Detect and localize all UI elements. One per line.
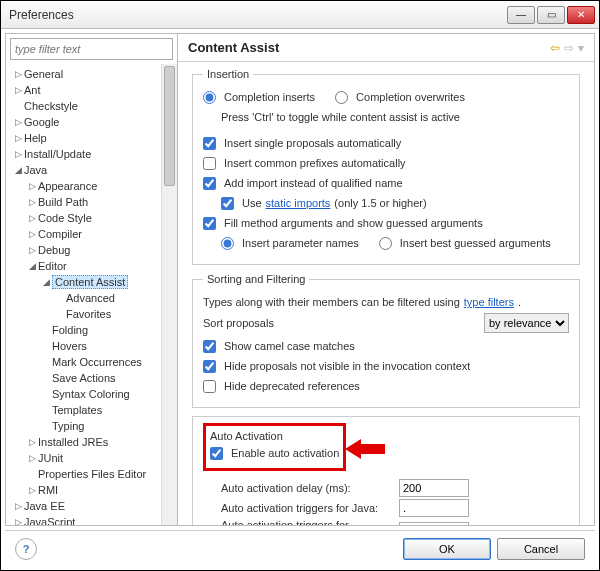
tree-item[interactable]: ▷Compiler xyxy=(8,226,177,242)
preferences-tree[interactable]: ▷General▷AntCheckstyle▷Google▷Help▷Insta… xyxy=(6,64,177,525)
completion-overwrites-radio[interactable] xyxy=(335,91,348,104)
tree-item[interactable]: ◢Java xyxy=(8,162,177,178)
camel-checkbox[interactable] xyxy=(203,340,216,353)
enable-auto-activation-label: Enable auto activation xyxy=(231,447,339,459)
tree-arrow-icon[interactable]: ▷ xyxy=(26,453,38,463)
tree-item[interactable]: ◢Editor xyxy=(8,258,177,274)
tree-arrow-icon[interactable]: ▷ xyxy=(12,117,24,127)
tree-item[interactable]: Properties Files Editor xyxy=(8,466,177,482)
tree-item[interactable]: ▷JavaScript xyxy=(8,514,177,525)
tree-item[interactable]: Templates xyxy=(8,402,177,418)
content-body: Insertion Completion inserts Completion … xyxy=(178,62,594,525)
help-button[interactable]: ? xyxy=(15,538,37,560)
enable-auto-activation-checkbox[interactable] xyxy=(210,447,223,460)
tree-item[interactable]: Typing xyxy=(8,418,177,434)
forward-icon[interactable]: ⇨ xyxy=(564,41,574,55)
tree-item[interactable]: Folding xyxy=(8,322,177,338)
tree-item[interactable]: ▷Appearance xyxy=(8,178,177,194)
tree-item-label: Java EE xyxy=(24,500,65,512)
static-imports-link[interactable]: static imports xyxy=(266,197,331,209)
tree-item[interactable]: ◢Content Assist xyxy=(8,274,177,290)
tree-item-label: Help xyxy=(24,132,47,144)
preferences-window: Preferences — ▭ ✕ ▷General▷AntCheckstyle… xyxy=(0,0,600,571)
hide-invocation-checkbox[interactable] xyxy=(203,360,216,373)
add-import-label: Add import instead of qualified name xyxy=(224,177,403,189)
svg-marker-0 xyxy=(345,439,385,459)
tree-arrow-icon[interactable]: ◢ xyxy=(40,277,52,287)
delay-input[interactable] xyxy=(399,479,469,497)
tree-arrow-icon[interactable]: ▷ xyxy=(12,517,24,525)
tree-item[interactable]: ▷JUnit xyxy=(8,450,177,466)
tree-item[interactable]: ▷Ant xyxy=(8,82,177,98)
tree-arrow-icon[interactable]: ▷ xyxy=(12,69,24,79)
filter-input[interactable] xyxy=(10,38,173,60)
tree-arrow-icon[interactable]: ▷ xyxy=(12,149,24,159)
hide-deprecated-checkbox[interactable] xyxy=(203,380,216,393)
tree-arrow-icon[interactable]: ▷ xyxy=(26,245,38,255)
insert-common-checkbox[interactable] xyxy=(203,157,216,170)
sidebar: ▷General▷AntCheckstyle▷Google▷Help▷Insta… xyxy=(6,34,178,525)
sort-select[interactable]: by relevance xyxy=(484,313,569,333)
tree-item-label: Debug xyxy=(38,244,70,256)
tree-item[interactable]: ▷Google xyxy=(8,114,177,130)
insert-best-label: Insert best guessed arguments xyxy=(400,237,551,249)
tree-item-label: Google xyxy=(24,116,59,128)
tree-arrow-icon[interactable]: ▷ xyxy=(26,229,38,239)
cancel-button[interactable]: Cancel xyxy=(497,538,585,560)
tree-arrow-icon[interactable]: ▷ xyxy=(12,501,24,511)
tree-arrow-icon[interactable]: ▷ xyxy=(12,133,24,143)
insert-param-radio[interactable] xyxy=(221,237,234,250)
tree-item[interactable]: Advanced xyxy=(8,290,177,306)
tree-item[interactable]: Favorites xyxy=(8,306,177,322)
tree-item-label: JavaScript xyxy=(24,516,75,525)
java-triggers-label: Auto activation triggers for Java: xyxy=(203,502,393,514)
menu-icon[interactable]: ▾ xyxy=(578,41,584,55)
hide-deprecated-label: Hide deprecated references xyxy=(224,380,360,392)
tree-item[interactable]: ▷General xyxy=(8,66,177,82)
back-icon[interactable]: ⇦ xyxy=(550,41,560,55)
tree-item[interactable]: ▷RMI xyxy=(8,482,177,498)
scrollbar-thumb[interactable] xyxy=(164,66,175,186)
tree-item[interactable]: ▷Build Path xyxy=(8,194,177,210)
tree-arrow-icon[interactable]: ▷ xyxy=(12,85,24,95)
tree-item[interactable]: Checkstyle xyxy=(8,98,177,114)
tree-item[interactable]: Save Actions xyxy=(8,370,177,386)
insert-best-radio[interactable] xyxy=(379,237,392,250)
tree-item[interactable]: ▷Help xyxy=(8,130,177,146)
tree-arrow-icon[interactable]: ▷ xyxy=(26,197,38,207)
java-triggers-input[interactable] xyxy=(399,499,469,517)
tree-item-label: Properties Files Editor xyxy=(38,468,146,480)
tree-item[interactable]: ▷Debug xyxy=(8,242,177,258)
filter-box xyxy=(10,38,173,60)
close-button[interactable]: ✕ xyxy=(567,6,595,24)
static-imports-checkbox[interactable] xyxy=(221,197,234,210)
tree-item[interactable]: Syntax Coloring xyxy=(8,386,177,402)
tree-arrow-icon[interactable]: ▷ xyxy=(26,181,38,191)
ok-button[interactable]: OK xyxy=(403,538,491,560)
fill-method-checkbox[interactable] xyxy=(203,217,216,230)
tree-arrow-icon[interactable]: ▷ xyxy=(26,437,38,447)
tree-item[interactable]: ▷Install/Update xyxy=(8,146,177,162)
add-import-checkbox[interactable] xyxy=(203,177,216,190)
minimize-button[interactable]: — xyxy=(507,6,535,24)
fill-method-label: Fill method arguments and show guessed a… xyxy=(224,217,483,229)
tree-item-label: Mark Occurrences xyxy=(52,356,142,368)
tree-arrow-icon[interactable]: ◢ xyxy=(12,165,24,175)
completion-inserts-radio[interactable] xyxy=(203,91,216,104)
insert-single-checkbox[interactable] xyxy=(203,137,216,150)
tree-arrow-icon[interactable]: ▷ xyxy=(26,213,38,223)
javadoc-triggers-input[interactable] xyxy=(399,522,469,525)
tree-item[interactable]: Mark Occurrences xyxy=(8,354,177,370)
tree-item-label: JUnit xyxy=(38,452,63,464)
tree-item[interactable]: ▷Java EE xyxy=(8,498,177,514)
tree-arrow-icon[interactable]: ▷ xyxy=(26,485,38,495)
arrow-annotation-icon xyxy=(345,436,389,462)
tree-item[interactable]: ▷Installed JREs xyxy=(8,434,177,450)
type-filters-link[interactable]: type filters xyxy=(464,296,514,308)
tree-item-label: Typing xyxy=(52,420,84,432)
tree-scrollbar[interactable] xyxy=(161,64,177,525)
tree-item[interactable]: Hovers xyxy=(8,338,177,354)
tree-item[interactable]: ▷Code Style xyxy=(8,210,177,226)
maximize-button[interactable]: ▭ xyxy=(537,6,565,24)
tree-arrow-icon[interactable]: ◢ xyxy=(26,261,38,271)
